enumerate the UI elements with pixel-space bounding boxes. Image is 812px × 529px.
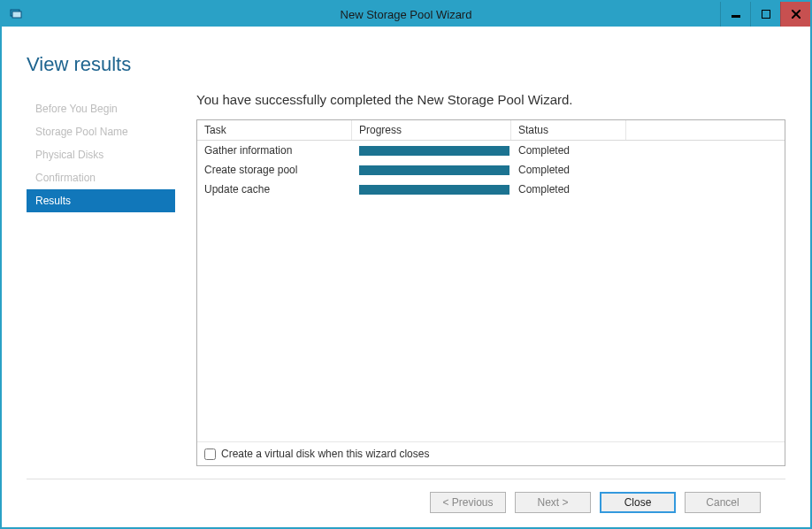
wizard-window: New Storage Pool Wizard View results Bef…	[0, 0, 812, 529]
cell-status: Completed	[511, 142, 626, 158]
progress-bar	[359, 165, 509, 175]
completion-message: You have successfully completed the New …	[196, 92, 785, 107]
titlebar: New Storage Pool Wizard	[2, 2, 810, 27]
table-row: Update cache Completed	[197, 180, 785, 199]
window-controls	[720, 2, 810, 27]
titlebar-spacer	[2, 27, 810, 41]
cancel-button: Cancel	[685, 492, 761, 513]
table-row: Gather information Completed	[197, 141, 785, 160]
table-header: Task Progress Status	[197, 120, 785, 141]
create-vdisk-checkbox[interactable]	[204, 448, 216, 460]
cell-task: Create storage pool	[197, 162, 352, 178]
progress-bar	[359, 146, 509, 156]
window-title: New Storage Pool Wizard	[2, 8, 810, 21]
results-table: Task Progress Status Gather information …	[196, 119, 785, 466]
wizard-footer: < Previous Next > Close Cancel	[27, 479, 785, 527]
cell-task: Gather information	[197, 142, 352, 158]
svg-line-4	[792, 10, 801, 19]
maximize-button[interactable]	[750, 2, 780, 27]
close-icon	[792, 10, 801, 19]
svg-line-5	[792, 10, 801, 19]
create-vdisk-checkbox-row: Create a virtual disk when this wizard c…	[197, 441, 785, 465]
sidebar-item-storage-pool-name: Storage Pool Name	[27, 120, 175, 143]
progress-bar	[359, 185, 509, 195]
cell-task: Update cache	[197, 181, 352, 197]
cell-progress	[352, 144, 511, 157]
column-header-progress[interactable]: Progress	[352, 120, 511, 140]
wizard-main-panel: You have successfully completed the New …	[175, 92, 785, 466]
close-window-button[interactable]	[780, 2, 810, 27]
page-heading: View results	[2, 41, 810, 92]
maximize-icon	[762, 10, 770, 19]
close-button[interactable]: Close	[600, 492, 676, 513]
column-header-task[interactable]: Task	[197, 120, 352, 140]
cell-status: Completed	[511, 181, 626, 197]
cell-status: Completed	[511, 162, 626, 178]
cell-progress	[352, 164, 511, 177]
previous-button: < Previous	[430, 492, 506, 513]
svg-rect-1	[12, 12, 21, 18]
sidebar-item-results[interactable]: Results	[27, 189, 175, 212]
column-header-spacer	[626, 120, 785, 140]
svg-rect-3	[762, 10, 770, 19]
sidebar-item-confirmation: Confirmation	[27, 166, 175, 189]
wizard-body: Before You Begin Storage Pool Name Physi…	[2, 92, 810, 466]
table-body: Gather information Completed Create stor…	[197, 141, 785, 199]
next-button: Next >	[515, 492, 591, 513]
minimize-button[interactable]	[720, 2, 750, 27]
wizard-steps-sidebar: Before You Begin Storage Pool Name Physi…	[27, 92, 175, 466]
create-vdisk-label[interactable]: Create a virtual disk when this wizard c…	[221, 448, 429, 460]
cell-progress	[352, 183, 511, 196]
svg-rect-2	[732, 15, 740, 18]
table-row: Create storage pool Completed	[197, 160, 785, 180]
sidebar-item-physical-disks: Physical Disks	[27, 143, 175, 166]
sidebar-item-before-you-begin: Before You Begin	[27, 97, 175, 120]
minimize-icon	[732, 10, 740, 19]
column-header-status[interactable]: Status	[511, 120, 626, 140]
table-empty-space	[197, 199, 785, 441]
app-icon	[9, 7, 23, 21]
wizard-content: View results Before You Begin Storage Po…	[2, 41, 810, 527]
